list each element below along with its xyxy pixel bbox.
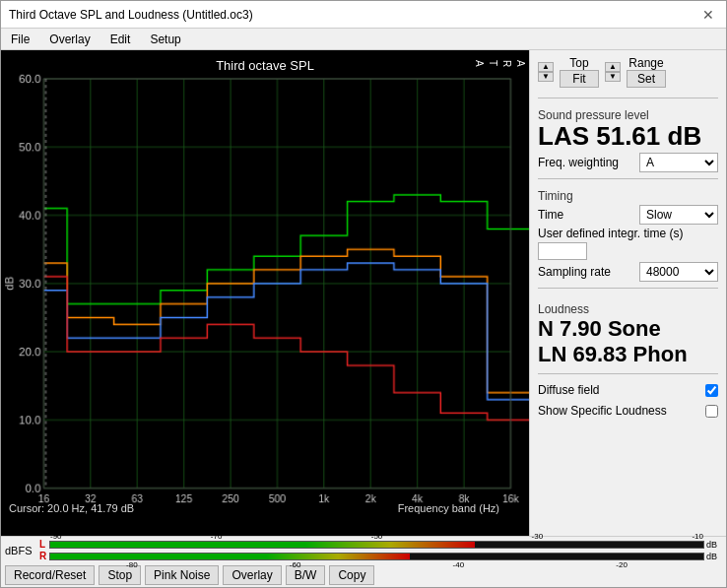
top-label-box: Top Fit	[560, 56, 599, 88]
arta-label: ARTA	[472, 60, 527, 67]
main-content: Third octave SPL ARTA Cursor: 20.0 Hz, 4…	[1, 50, 726, 536]
top-down-btn[interactable]: ▼	[538, 72, 554, 82]
bottom-bar: dBFS L -90-70-50-30-10 dB R	[1, 536, 726, 587]
range-up-btn[interactable]: ▲	[605, 62, 621, 72]
spl-section-label: Sound pressure level	[538, 108, 718, 122]
dbfs-label: dBFS	[5, 545, 36, 556]
chart-canvas	[1, 50, 529, 529]
top-controls: ▲ ▼ Top Fit ▲ ▼ Range Set	[538, 56, 718, 88]
chart-area: Third octave SPL ARTA Cursor: 20.0 Hz, 4…	[1, 50, 529, 536]
loudness-n-value: N 7.90 Sone	[538, 316, 718, 342]
diffuse-field-row: Diffuse field	[538, 383, 718, 397]
l-meter-bar: -90-70-50-30-10	[49, 541, 704, 549]
divider-3	[538, 288, 718, 289]
spl-value: LAS 51.61 dB	[538, 122, 718, 151]
range-label-box: Range Set	[627, 56, 666, 88]
l-meter-fill	[50, 542, 475, 548]
main-window: Third Octave SPL and Loudness (Untitled.…	[0, 0, 727, 588]
fit-button[interactable]: Fit	[560, 70, 599, 88]
menu-edit[interactable]: Edit	[104, 31, 137, 47]
r-meter-fill	[50, 554, 410, 559]
user-defined-input[interactable]: 10	[538, 242, 587, 260]
freq-weighting-row: Freq. weighting A C Z	[538, 153, 718, 172]
top-up-btn[interactable]: ▲	[538, 62, 554, 72]
time-select[interactable]: Slow Fast	[639, 205, 718, 225]
range-spinner: ▲ ▼	[605, 62, 621, 82]
divider-4	[538, 373, 718, 374]
set-button[interactable]: Set	[627, 70, 666, 88]
timing-section-label: Timing	[538, 189, 718, 203]
user-defined-row: User defined integr. time (s) 10	[538, 227, 718, 260]
time-label: Time	[538, 208, 563, 222]
menu-overlay[interactable]: Overlay	[43, 31, 96, 47]
loudness-section: Loudness N 7.90 Sone LN 69.83 Phon	[538, 298, 718, 368]
sampling-rate-select[interactable]: 48000 44100	[639, 262, 718, 282]
show-specific-checkbox[interactable]	[705, 405, 718, 418]
range-label: Range	[628, 56, 663, 70]
diffuse-field-checkbox[interactable]	[705, 384, 718, 397]
diffuse-field-label: Diffuse field	[538, 383, 599, 397]
chart-title: Third octave SPL	[1, 54, 529, 77]
spl-section: Sound pressure level LAS 51.61 dB Freq. …	[538, 104, 718, 172]
title-bar: Third Octave SPL and Loudness (Untitled.…	[1, 1, 726, 29]
loudness-ln-value: LN 69.83 Phon	[538, 342, 718, 367]
menu-setup[interactable]: Setup	[144, 31, 186, 47]
close-button[interactable]: ✕	[698, 5, 718, 25]
divider-2	[538, 178, 718, 179]
range-down-btn[interactable]: ▼	[605, 72, 621, 82]
show-specific-label: Show Specific Loudness	[538, 404, 667, 418]
menu-bar: File Overlay Edit Setup	[1, 29, 726, 50]
r-channel-label: R	[39, 551, 47, 561]
time-row: Time Slow Fast	[538, 205, 718, 225]
sampling-rate-label: Sampling rate	[538, 265, 611, 279]
show-specific-row: Show Specific Loudness	[538, 404, 718, 418]
freq-weighting-label: Freq. weighting	[538, 156, 619, 169]
l-channel-label: L	[39, 539, 47, 550]
top-label: Top	[569, 56, 588, 70]
l-db-suffix: dB	[706, 540, 722, 550]
sampling-rate-row: Sampling rate 48000 44100	[538, 262, 718, 282]
right-panel: ▲ ▼ Top Fit ▲ ▼ Range Set Sou	[529, 50, 726, 536]
window-title: Third Octave SPL and Loudness (Untitled.…	[9, 8, 253, 22]
top-spinner: ▲ ▼	[538, 62, 554, 82]
freq-weighting-select[interactable]: A C Z	[639, 153, 718, 172]
frequency-axis-label: Frequency band (Hz)	[398, 502, 499, 514]
r-meter-bar: -80-60-40-20	[49, 553, 704, 560]
divider-1	[538, 98, 718, 98]
timing-section: Timing Time Slow Fast User defined integ…	[538, 185, 718, 282]
cursor-info: Cursor: 20.0 Hz, 41.79 dB	[9, 502, 134, 514]
r-db-suffix: dB	[706, 552, 722, 561]
menu-file[interactable]: File	[5, 31, 35, 47]
loudness-section-label: Loudness	[538, 302, 718, 316]
user-defined-label: User defined integr. time (s)	[538, 227, 683, 240]
